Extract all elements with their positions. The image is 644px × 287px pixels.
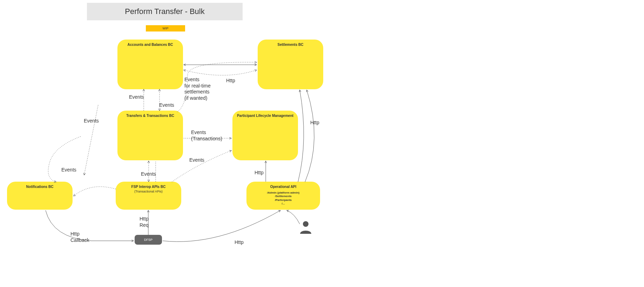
- node-fsp-interop: FSP Interop APIs BC (Transactional APIs): [116, 182, 181, 210]
- node-dfsp: DFSP: [135, 235, 162, 245]
- edge-label-events-tx: Events (Transactions): [191, 130, 222, 142]
- node-subtitle: (Transactional APIs): [134, 190, 163, 194]
- api-path: /Settlements: [275, 195, 292, 198]
- connector-layer: [0, 0, 644, 287]
- edge-label-events: Events: [61, 167, 76, 173]
- edge-label-http: Http: [310, 120, 319, 126]
- edge-label-http-req: Http Req: [140, 216, 149, 228]
- page-title: Perform Transfer - Bulk: [87, 3, 243, 20]
- node-participant-lifecycle: Participant Lifecycle Management: [232, 111, 298, 160]
- edge-label-events: Events: [189, 157, 204, 163]
- node-title: Transfers & Transactions BC: [126, 113, 174, 118]
- wip-badge: WIP: [146, 25, 185, 31]
- node-title: FSP Interop APIs BC: [131, 184, 166, 189]
- node-transfers-transactions: Transfers & Transactions BC: [117, 111, 183, 160]
- node-title: Participant Lifecycle Management: [237, 113, 293, 118]
- node-notifications: Notifications BC: [7, 182, 73, 210]
- edge-label-events: Events: [141, 171, 156, 177]
- node-settlements: Settlements BC: [258, 40, 323, 89]
- api-path: /Participants: [275, 198, 292, 202]
- node-title: Accounts and Balances BC: [127, 42, 173, 47]
- node-operational-api: Operational API /Admin (platform admin) …: [246, 182, 320, 210]
- node-title: Settlements BC: [278, 42, 304, 47]
- node-title: Notifications BC: [26, 184, 54, 189]
- svg-point-0: [303, 221, 309, 227]
- edge-label-events-realtime: Events for real-time settlements (if wan…: [184, 77, 211, 101]
- node-title: Operational API: [270, 184, 297, 189]
- edge-label-http: Http: [255, 170, 264, 176]
- edge-label-http-callback: Http Callback: [70, 231, 89, 243]
- edge-label-http: Http: [235, 239, 244, 246]
- edge-label-events: Events: [84, 118, 99, 124]
- api-path: /...: [282, 202, 285, 205]
- api-path: /Admin (platform admin): [267, 191, 299, 195]
- node-accounts-balances: Accounts and Balances BC: [117, 40, 183, 89]
- edge-label-events: Events: [159, 102, 174, 108]
- user-icon: [297, 218, 314, 237]
- edge-label-events: Events: [129, 94, 144, 100]
- edge-label-http: Http: [226, 78, 235, 84]
